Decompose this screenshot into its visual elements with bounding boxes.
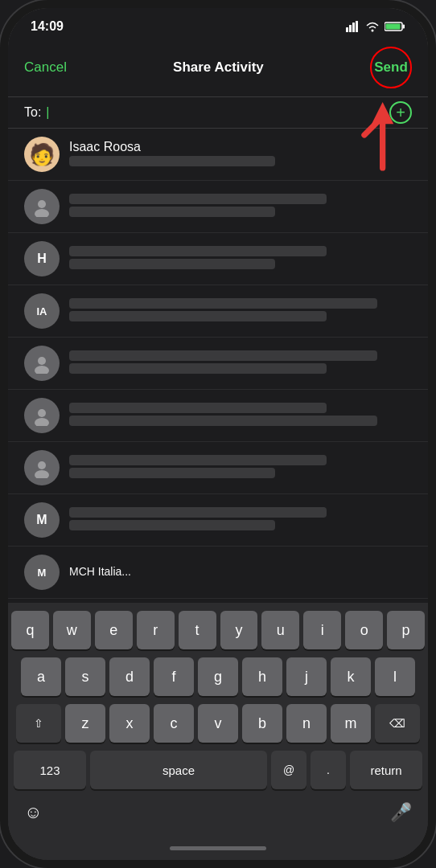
list-item[interactable]: M MCH Italia... [8,547,428,599]
space-key[interactable]: space [90,751,267,789]
phone-frame: 14:09 [0,0,436,868]
key-i[interactable]: i [303,611,341,649]
svg-point-12 [35,366,49,374]
nav-bar: Cancel Share Activity Send [8,39,428,97]
contact-info [69,298,412,324]
key-p[interactable]: p [387,611,425,649]
contact-name-isaac: Isaac Roosa [69,140,412,154]
to-label: To: [24,105,41,120]
key-w[interactable]: w [53,611,91,649]
phone-screen: 14:09 [8,8,428,860]
svg-rect-3 [356,21,358,32]
key-h[interactable]: h [242,657,282,696]
svg-rect-6 [403,25,405,29]
list-item[interactable]: H [8,233,428,285]
to-cursor: | [46,105,49,120]
status-time: 14:09 [31,19,64,34]
key-k[interactable]: k [331,657,371,696]
contact-info [69,194,412,219]
list-item[interactable] [8,338,428,390]
shift-key[interactable]: ⇧ [16,704,61,743]
emoji-button[interactable]: ☺ [24,802,42,823]
contact-item-isaac[interactable]: 🧑 Isaac Roosa [8,129,428,181]
svg-rect-1 [349,25,352,32]
keyboard: q w e r t y u i o p a s d f g h j k [8,603,428,860]
list-item[interactable] [8,442,428,494]
key-t[interactable]: t [179,611,216,649]
blurred-name [69,455,327,465]
avatar: M [24,502,60,538]
home-bar [170,846,266,850]
status-icons [346,21,405,32]
key-r[interactable]: r [137,611,175,649]
key-l[interactable]: l [375,657,415,696]
contact-info: MCH Italia... [69,565,412,579]
key-v[interactable]: v [198,704,238,743]
svg-point-4 [372,30,374,32]
keyboard-row-2: a s d f g h j k l [11,657,425,696]
svg-point-11 [38,357,46,365]
contact-info [69,350,412,376]
contact-info [69,403,412,428]
key-y[interactable]: y [220,611,258,649]
key-s[interactable]: s [65,657,105,696]
blurred-name [69,507,327,518]
contact-info-isaac: Isaac Roosa [69,140,412,169]
blurred-name [69,194,327,204]
avatar [24,346,60,381]
key-j[interactable]: j [286,657,327,696]
blurred-sub [69,468,275,478]
keyboard-row-3: ⇧ z x c v b n m ⌫ [11,704,425,743]
list-item[interactable] [8,181,428,233]
list-item[interactable]: IA [8,285,428,338]
avatar: H [24,241,60,276]
blurred-sub [69,207,275,217]
keyboard-row-4: 123 space @ . return [11,751,425,789]
key-c[interactable]: c [154,704,194,743]
blurred-sub [69,520,275,530]
to-field[interactable]: To: | + [8,97,428,129]
blurred-name [69,350,377,361]
contacts-list: 🧑 Isaac Roosa H [8,129,428,599]
key-b[interactable]: b [242,704,282,743]
key-x[interactable]: x [109,704,150,743]
status-bar: 14:09 [8,8,428,39]
key-u[interactable]: u [261,611,299,649]
home-indicator [11,836,425,860]
numbers-key[interactable]: 123 [14,751,86,789]
contact-name-partial: MCH Italia... [69,565,412,578]
battery-icon [385,21,405,32]
key-a[interactable]: a [21,657,61,696]
add-recipient-button[interactable]: + [389,101,412,124]
avatar [24,450,60,485]
blurred-sub [69,311,327,321]
contact-sub-isaac [69,156,275,166]
key-o[interactable]: o [345,611,383,649]
microphone-button[interactable]: 🎤 [390,802,412,823]
blurred-sub [69,363,327,374]
contact-info [69,246,412,272]
key-e[interactable]: e [95,611,133,649]
at-key[interactable]: @ [271,751,306,789]
key-z[interactable]: z [65,704,105,743]
blurred-sub [69,259,275,269]
list-item[interactable]: M [8,494,428,547]
return-key[interactable]: return [350,751,422,789]
svg-rect-2 [352,23,355,32]
period-key[interactable]: . [311,751,346,789]
avatar-isaac: 🧑 [24,137,60,172]
key-f[interactable]: f [154,657,194,696]
list-item[interactable] [8,390,428,442]
key-g[interactable]: g [198,657,238,696]
delete-key[interactable]: ⌫ [375,704,420,743]
svg-point-14 [35,418,49,426]
cancel-button[interactable]: Cancel [24,59,67,76]
svg-point-13 [38,409,46,417]
key-m[interactable]: m [331,704,371,743]
key-d[interactable]: d [109,657,150,696]
send-button[interactable]: Send [370,47,412,88]
key-n[interactable]: n [286,704,327,743]
key-q[interactable]: q [11,611,49,649]
keyboard-row-1: q w e r t y u i o p [11,611,425,649]
avatar [24,398,60,433]
